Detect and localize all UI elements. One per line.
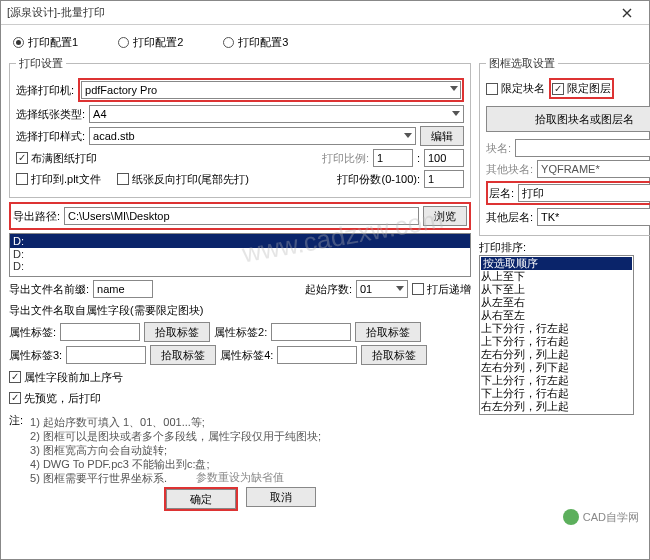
ratio-a-input[interactable]	[373, 149, 413, 167]
tag4-input[interactable]	[277, 346, 357, 364]
grab4-button[interactable]: 拾取标签	[361, 345, 427, 365]
fullpaper-checkbox[interactable]: 布满图纸打印	[16, 151, 97, 166]
tag1-input[interactable]	[60, 323, 140, 341]
grab-name-button[interactable]: 拾取图块名或图层名	[486, 106, 650, 132]
list-item[interactable]: 左右分列，列上起	[481, 348, 632, 361]
watermark-logo: CAD自学网	[563, 509, 639, 525]
style-label: 选择打印样式:	[16, 129, 85, 144]
paper-select[interactable]: A4	[89, 105, 464, 123]
layername-input[interactable]	[518, 184, 650, 202]
grab1-button[interactable]: 拾取标签	[144, 322, 210, 342]
start-select[interactable]: 01	[356, 280, 408, 298]
tag2-input[interactable]	[271, 323, 351, 341]
close-icon[interactable]	[611, 3, 643, 23]
addseq-checkbox[interactable]: 属性字段前加上序号	[9, 370, 123, 385]
grab2-button[interactable]: 拾取标签	[355, 322, 421, 342]
tag3-input[interactable]	[66, 346, 146, 364]
printer-label: 选择打印机:	[16, 83, 74, 98]
list-item[interactable]: 上下分行，行右起	[481, 335, 632, 348]
list-item[interactable]: 上下分行，行左起	[481, 322, 632, 335]
paper-label: 选择纸张类型:	[16, 107, 85, 122]
append-checkbox[interactable]: 打后递增	[412, 282, 471, 297]
otherlayer-input[interactable]	[537, 208, 650, 226]
window-title: [源泉设计]-批量打印	[7, 5, 611, 20]
notes-area: 1) 起始序数可填入 1、01、001...等;2) 图框可以是图块或者多个多段…	[27, 412, 471, 468]
radio-config1[interactable]: 打印配置1	[13, 35, 78, 50]
style-select[interactable]: acad.stb	[89, 127, 416, 145]
list-item[interactable]: 右左分列，列上起	[481, 400, 632, 413]
list-item[interactable]: 下上分行，行左起	[481, 374, 632, 387]
list-item[interactable]: 左右分列，列下起	[481, 361, 632, 374]
browse-button[interactable]: 浏览	[423, 206, 467, 226]
blockname-input[interactable]	[515, 139, 650, 157]
list-item[interactable]: 从上至下	[481, 270, 632, 283]
printer-select[interactable]: pdfFactory Pro	[81, 81, 461, 99]
outpath-label: 导出路径:	[13, 209, 60, 224]
cancel-button[interactable]: 取消	[246, 487, 316, 507]
list-item[interactable]: 下上分行，行右起	[481, 387, 632, 400]
list-item[interactable]: 右左分列，列下起	[481, 413, 632, 415]
order-listbox[interactable]: 按选取顺序 从上至下 从下至上 从左至右 从右至左 上下分行，行左起 上下分行，…	[479, 255, 634, 415]
ok-button[interactable]: 确定	[166, 489, 236, 509]
limit-block-checkbox[interactable]: 限定块名	[486, 81, 545, 96]
list-item[interactable]: 从右至左	[481, 309, 632, 322]
otherblock-input[interactable]	[537, 160, 650, 178]
list-item[interactable]: 从左至右	[481, 296, 632, 309]
radio-config3[interactable]: 打印配置3	[223, 35, 288, 50]
frame-select-group: 图框选取设置 限定块名 限定图层 拾取图块名或图层名 块名: 其他块名: 层名:…	[479, 56, 650, 236]
limit-layer-checkbox[interactable]: 限定图层	[552, 81, 611, 96]
list-item[interactable]: 从下至上	[481, 283, 632, 296]
print-settings-group: 打印设置 选择打印机: pdfFactory Pro 选择纸张类型: A4 选择…	[9, 56, 471, 198]
ratio-b-input[interactable]	[424, 149, 464, 167]
copies-input[interactable]	[424, 170, 464, 188]
preview-checkbox[interactable]: 先预览，后打印	[9, 391, 101, 406]
edit-button[interactable]: 编辑	[420, 126, 464, 146]
reverse-checkbox[interactable]: 纸张反向打印(尾部先打)	[117, 172, 249, 187]
radio-config2[interactable]: 打印配置2	[118, 35, 183, 50]
prefix-input[interactable]	[93, 280, 153, 298]
plt-checkbox[interactable]: 打印到.plt文件	[16, 172, 101, 187]
outpath-input[interactable]	[64, 207, 419, 225]
list-item[interactable]: 按选取顺序	[481, 257, 632, 270]
grab3-button[interactable]: 拾取标签	[150, 345, 216, 365]
path-listbox[interactable]: D: D: D:	[9, 233, 471, 277]
